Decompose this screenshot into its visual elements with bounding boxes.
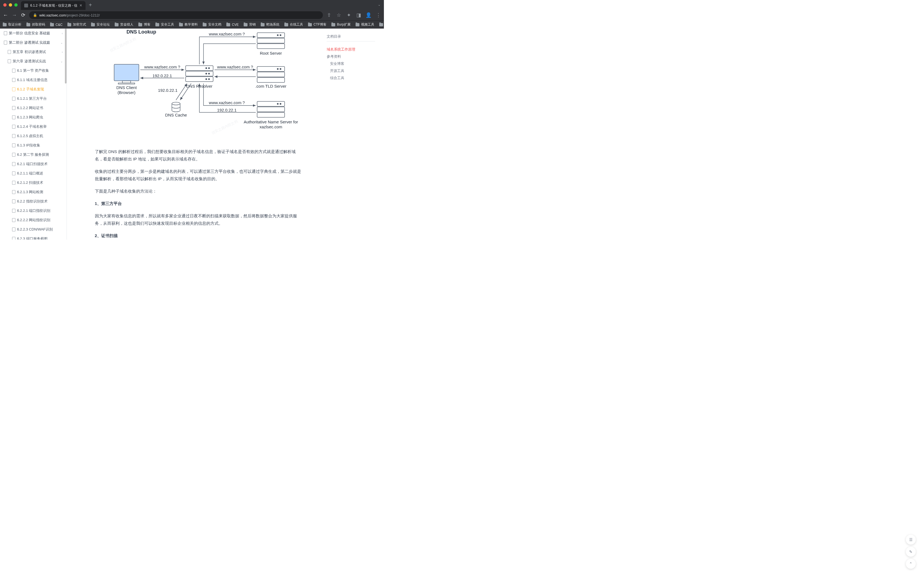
folder-icon bbox=[203, 23, 207, 26]
sidebar-item-label: 6.1.3 IP段收集 bbox=[17, 143, 40, 148]
sidebar-item[interactable]: 6.2.1.1 端口概述 bbox=[0, 169, 66, 178]
paragraph: 下面是几种子域名收集的方法论： bbox=[95, 187, 301, 195]
sidebar-item[interactable]: 6.1.2.5 虚拟主机 bbox=[0, 131, 66, 141]
sidebar-item[interactable]: 6.1.2.2 网站证书 bbox=[0, 103, 66, 113]
bookmark-folder[interactable]: 浏览器扩展 bbox=[379, 22, 384, 27]
maximize-window-button[interactable] bbox=[14, 3, 18, 6]
new-tab-button[interactable]: + bbox=[89, 2, 92, 8]
sidebar-item[interactable]: 6.2.1.3 网站检测 bbox=[0, 187, 66, 197]
doc-sidebar[interactable]: 第一部分 信息安全 基础篇‹第二部分 渗透测试 实战篇⌄第五章 初识渗透测试‹第… bbox=[0, 29, 67, 240]
chevron-icon: ‹ bbox=[62, 32, 63, 35]
toc-item[interactable]: 综合工具 bbox=[327, 74, 375, 82]
sidebar-item[interactable]: 6.1.2 子域名发现 bbox=[0, 85, 66, 94]
svg-point-9 bbox=[205, 67, 207, 69]
sidebar-item[interactable]: 第一部分 信息安全 基础篇‹ bbox=[0, 29, 66, 38]
content-area[interactable]: DNS Lookup DNS Client (Browser) bbox=[67, 29, 384, 240]
sidebar-item[interactable]: 6.1.3 IP段收集 bbox=[0, 141, 66, 150]
sidebar-item[interactable]: 6.1.2.1 第三方平台 bbox=[0, 94, 66, 103]
back-button[interactable]: ← bbox=[3, 12, 8, 18]
bookmark-folder[interactable]: 营销 bbox=[244, 22, 256, 27]
svg-text:192.0.22.1: 192.0.22.1 bbox=[152, 73, 172, 78]
sidebar-item[interactable]: 6.2.1.2 扫描技术 bbox=[0, 178, 66, 187]
reload-button[interactable]: ⟳ bbox=[20, 12, 26, 18]
close-window-button[interactable] bbox=[3, 3, 6, 6]
toc-item[interactable]: 参考资料 bbox=[327, 53, 375, 60]
url-input[interactable]: 🔒 wiki.xazlsec.com/project-29/doc-1212/ bbox=[29, 11, 323, 19]
sidebar-item-label: 第六章 渗透测试实战 bbox=[13, 59, 46, 64]
sidebar-item-label: 第一部分 信息安全 基础篇 bbox=[9, 31, 50, 36]
sidebar-item[interactable]: 6.1 第一节 资产收集 bbox=[0, 66, 66, 75]
bookmark-folder[interactable]: 取证分析 bbox=[3, 22, 21, 27]
bookmark-folder[interactable]: 博客 bbox=[138, 22, 150, 27]
folder-icon bbox=[67, 23, 71, 26]
bookmark-folder[interactable]: 视频工具 bbox=[355, 22, 374, 27]
toc-item[interactable]: 安全博客 bbox=[327, 60, 375, 67]
sidebar-item[interactable]: 6.1.2.3 网站爬虫 bbox=[0, 113, 66, 122]
doc-icon bbox=[12, 162, 15, 166]
bookmark-folder[interactable]: 安全工具 bbox=[155, 22, 174, 27]
dns-diagram: DNS Lookup DNS Client (Browser) bbox=[95, 29, 301, 140]
sidebar-item[interactable]: 第二部分 渗透测试 实战篇⌄ bbox=[0, 38, 66, 47]
svg-text:www.xazlsec.com ?: www.xazlsec.com ? bbox=[144, 64, 180, 69]
bookmark-folder[interactable]: 加密方式 bbox=[67, 22, 86, 27]
sidebar-item[interactable]: 6.1.1 域名注册信息 bbox=[0, 75, 66, 85]
sidebar-scrollbar[interactable] bbox=[65, 29, 66, 84]
sidebar-item-label: 6.2.1.1 端口概述 bbox=[17, 171, 43, 176]
sidebar-item[interactable]: 6.2.1 端口扫描技术 bbox=[0, 160, 66, 169]
bookmark-star-icon[interactable]: ☆ bbox=[336, 12, 342, 18]
svg-text:.com TLD Server: .com TLD Server bbox=[255, 84, 286, 89]
minimize-window-button[interactable] bbox=[9, 3, 12, 6]
sidepanel-icon[interactable]: ◨ bbox=[356, 12, 361, 18]
svg-rect-2 bbox=[118, 83, 135, 84]
bookmark-folder[interactable]: 安全论坛 bbox=[91, 22, 110, 27]
doc-icon bbox=[12, 153, 15, 156]
section-heading: 2、证书扫描 bbox=[95, 232, 301, 239]
url-domain: wiki.xazlsec.com bbox=[39, 13, 66, 17]
share-icon[interactable]: ⇧ bbox=[326, 12, 332, 18]
bookmark-folder[interactable]: 靶场系统 bbox=[261, 22, 279, 27]
doc-icon bbox=[12, 87, 15, 91]
svg-rect-23 bbox=[257, 77, 284, 82]
doc-icon bbox=[12, 200, 15, 203]
bookmark-folder[interactable]: 教学资料 bbox=[179, 22, 198, 27]
sidebar-item[interactable]: 第五章 初识渗透测试‹ bbox=[0, 47, 66, 56]
toc-item[interactable]: 域名系统工作原理 bbox=[327, 46, 375, 53]
tabs-dropdown-icon[interactable]: ⌄ bbox=[378, 3, 381, 6]
bookmark-folder[interactable]: 赏金猎人 bbox=[115, 22, 133, 27]
sidebar-item[interactable]: 6.2.2.1 端口指纹识别 bbox=[0, 206, 66, 215]
bookmark-folder[interactable]: 安全文档 bbox=[203, 22, 221, 27]
sidebar-item-label: 6.1.1 域名注册信息 bbox=[17, 77, 48, 82]
bookmark-folder[interactable]: CVE bbox=[226, 23, 239, 27]
doc-icon bbox=[12, 115, 15, 119]
svg-rect-28 bbox=[257, 107, 284, 112]
lock-icon: 🔒 bbox=[33, 13, 37, 17]
bookmark-folder[interactable]: 抓取密码 bbox=[26, 22, 45, 27]
svg-point-10 bbox=[208, 73, 210, 74]
sidebar-item[interactable]: 6.1.2.4 子域名枚举 bbox=[0, 122, 66, 131]
bookmark-folder[interactable]: CTF博客 bbox=[308, 22, 326, 27]
sidebar-item[interactable]: 6.2.3 端口服务截图 bbox=[0, 234, 66, 240]
svg-text:192.0.22.1: 192.0.22.1 bbox=[217, 108, 236, 112]
sidebar-item-label: 6.1.2 子域名发现 bbox=[17, 87, 44, 92]
sidebar-item[interactable]: 6.2.2 指纹识别技术 bbox=[0, 197, 66, 206]
toc-item[interactable]: 开源工具 bbox=[327, 67, 375, 74]
sidebar-item[interactable]: 第六章 渗透测试实战⌄ bbox=[0, 56, 66, 66]
svg-line-47 bbox=[176, 84, 187, 100]
bookmark-folder[interactable]: C&C bbox=[50, 23, 62, 27]
close-tab-icon[interactable]: × bbox=[79, 3, 82, 8]
forward-button[interactable]: → bbox=[11, 12, 17, 18]
bookmark-folder[interactable]: 在线工具 bbox=[284, 22, 303, 27]
browser-tab[interactable]: 6.1.2 子域名发现 - 信安之路 - 信 × bbox=[21, 1, 86, 10]
bookmark-folder[interactable]: Burp扩展 bbox=[331, 22, 351, 27]
sidebar-item[interactable]: 6.2.2.2 网站指纹识别 bbox=[0, 215, 66, 225]
svg-text:xazlsec.com: xazlsec.com bbox=[259, 124, 282, 129]
sidebar-item-label: 6.2.2.1 端口指纹识别 bbox=[17, 208, 50, 213]
extensions-icon[interactable]: ✦ bbox=[346, 12, 351, 18]
menu-icon[interactable]: ⋮ bbox=[376, 12, 381, 18]
chevron-icon: ‹ bbox=[62, 50, 63, 53]
sidebar-item-label: 6.2.1 端口扫描技术 bbox=[17, 161, 48, 166]
sidebar-item-label: 6.2.2.3 CDN/WAF识别 bbox=[17, 227, 53, 232]
sidebar-item[interactable]: 6.2 第二节 服务探测 bbox=[0, 150, 66, 160]
profile-icon[interactable]: 👤 bbox=[366, 12, 371, 18]
sidebar-item[interactable]: 6.2.2.3 CDN/WAF识别 bbox=[0, 225, 66, 234]
